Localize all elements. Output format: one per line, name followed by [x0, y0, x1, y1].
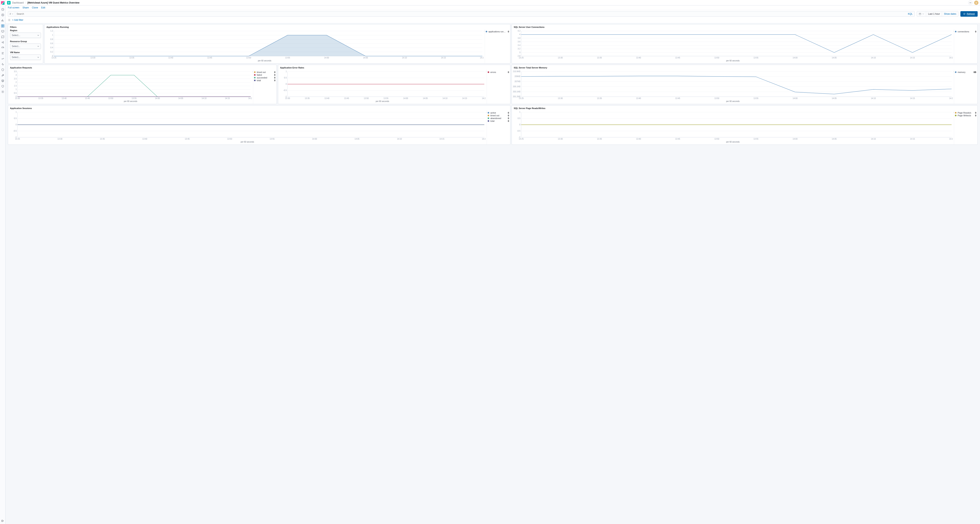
legend-toggle-icon[interactable]: › [953, 71, 954, 73]
nav-canvas-icon[interactable] [1, 30, 4, 33]
svg-text:13:50: 13:50 [364, 97, 369, 99]
svg-text:14:05: 14:05 [832, 57, 837, 59]
legend-item[interactable]: timed out0 [254, 71, 275, 73]
svg-text:13:50: 13:50 [714, 57, 719, 59]
legend-item[interactable]: total0 [254, 79, 275, 82]
nav-management-icon[interactable] [1, 90, 4, 93]
svg-point-15 [9, 20, 10, 21]
svg-text:14:20: 14:20 [248, 97, 252, 99]
show-dates-button[interactable]: Show dates [942, 11, 958, 16]
legend-item[interactable]: memory0B [955, 71, 976, 73]
nav-ml-icon[interactable] [1, 41, 4, 44]
nav-apm-icon[interactable] [1, 57, 4, 61]
svg-text:1: 1 [52, 34, 53, 36]
legend-toggle-icon[interactable]: › [953, 30, 954, 32]
search-input[interactable] [15, 11, 906, 16]
legend-value: 0 [274, 71, 275, 73]
nav-visualize-icon[interactable] [1, 19, 4, 22]
legend-item[interactable]: total0 [488, 119, 509, 123]
legend-value: 0 [508, 111, 509, 114]
vm-name-select[interactable]: Select... [10, 54, 41, 60]
legend-toggle-icon[interactable]: › [486, 111, 487, 113]
svg-text:4.2: 4.2 [518, 30, 520, 32]
legend-item[interactable]: succeeded0 [254, 76, 275, 79]
nav-maps-icon[interactable] [1, 35, 4, 38]
svg-text:13:45: 13:45 [85, 97, 90, 99]
add-filter-link[interactable]: + Add filter [12, 19, 23, 21]
saved-query-button[interactable]: # [8, 11, 15, 16]
svg-rect-6 [2, 26, 3, 27]
svg-text:13:45: 13:45 [675, 57, 680, 59]
nav-recent-icon[interactable] [1, 8, 4, 11]
legend-item[interactable]: applications running0 [486, 30, 509, 33]
legend-item[interactable]: errors0 [488, 71, 509, 73]
legend-toggle-icon[interactable]: › [953, 111, 954, 113]
legend: ›connections0 [954, 29, 977, 63]
share-link[interactable]: Share [22, 6, 29, 9]
app-badge[interactable]: D [7, 1, 11, 5]
svg-text:13:50: 13:50 [714, 138, 719, 140]
svg-text:205.1KB: 205.1KB [513, 86, 520, 88]
nav-metrics-icon[interactable] [1, 46, 4, 49]
news-button[interactable] [968, 1, 972, 5]
svg-text:13:30: 13:30 [558, 97, 563, 99]
svg-text:13:30: 13:30 [558, 138, 563, 140]
svg-text:0.4: 0.4 [50, 46, 53, 49]
nav-dashboard-icon[interactable] [1, 24, 4, 27]
filter-settings-icon[interactable] [8, 19, 11, 21]
svg-text:14:00: 14:00 [792, 138, 797, 140]
user-avatar[interactable]: e [974, 1, 978, 5]
legend: ›errors0 [487, 70, 510, 104]
date-range-button[interactable]: Last 1 hour [926, 11, 942, 16]
breadcrumb-root[interactable]: Dashboard [12, 2, 24, 4]
legend-item[interactable]: active0 [488, 111, 509, 114]
date-picker: Last 1 hour Show dates [917, 11, 958, 17]
nav-logs-icon[interactable] [1, 52, 4, 55]
svg-text:3.2: 3.2 [518, 48, 520, 50]
legend-value: 0 [975, 111, 976, 114]
x-axis-sublabel: per 60 seconds [46, 59, 484, 63]
nav-monitoring-icon[interactable] [1, 85, 4, 88]
svg-text:14:10: 14:10 [397, 138, 402, 140]
legend-toggle-icon[interactable]: › [252, 71, 253, 73]
svg-text:13:55: 13:55 [753, 57, 758, 59]
nav-siem-icon[interactable] [1, 68, 4, 72]
collapse-nav-icon[interactable] [1, 519, 4, 522]
applications-running-chart: 00.20.40.60.811.213:2513:3013:3513:4013:… [46, 30, 484, 59]
legend-item[interactable]: failed0 [254, 73, 275, 76]
svg-text:13:35: 13:35 [305, 97, 310, 99]
fullscreen-link[interactable]: Full screen [8, 6, 19, 9]
legend-item[interactable]: timed out0 [488, 114, 509, 117]
date-quick-button[interactable] [917, 11, 926, 16]
x-axis-sublabel: per 60 seconds [9, 140, 485, 144]
legend-toggle-icon[interactable]: › [486, 71, 487, 73]
legend-value: 0B [974, 71, 976, 73]
show-dates-label: Show dates [944, 13, 956, 15]
svg-point-11 [3, 43, 4, 43]
svg-text:2: 2 [16, 81, 17, 83]
resource-group-select[interactable]: Select... [10, 43, 41, 49]
svg-text:207KB: 207KB [514, 80, 520, 83]
top-bar: D Dashboard / [Metricbeat Azure] VM Gues… [5, 0, 980, 5]
legend-item[interactable]: abandoned0 [488, 117, 509, 119]
svg-text:0.8: 0.8 [50, 38, 53, 40]
legend-item[interactable]: connections0 [955, 30, 976, 33]
nav-discover-icon[interactable] [1, 13, 4, 16]
panel-title: SQL Server User Connections [512, 24, 977, 29]
legend: ›active0timed out0abandoned0total0 [487, 110, 510, 145]
legend-item[interactable]: Page Writes/s0 [955, 114, 976, 117]
clone-link[interactable]: Clone [32, 6, 38, 9]
region-select[interactable]: Select... [10, 33, 41, 38]
legend-item[interactable]: Page Reads/s0 [955, 111, 976, 114]
svg-rect-14 [919, 13, 921, 15]
kql-toggle[interactable]: KQL [906, 13, 915, 15]
kibana-logo[interactable] [1, 1, 5, 5]
refresh-button[interactable]: Refresh [960, 11, 978, 17]
svg-text:13:45: 13:45 [675, 138, 680, 140]
edit-link[interactable]: Edit [41, 6, 45, 9]
legend: ›memory0B [954, 70, 977, 104]
nav-stack-icon[interactable] [1, 79, 4, 82]
nav-devtools-icon[interactable] [1, 74, 4, 77]
legend-toggle-icon[interactable]: › [484, 30, 485, 32]
nav-uptime-icon[interactable] [1, 63, 4, 66]
